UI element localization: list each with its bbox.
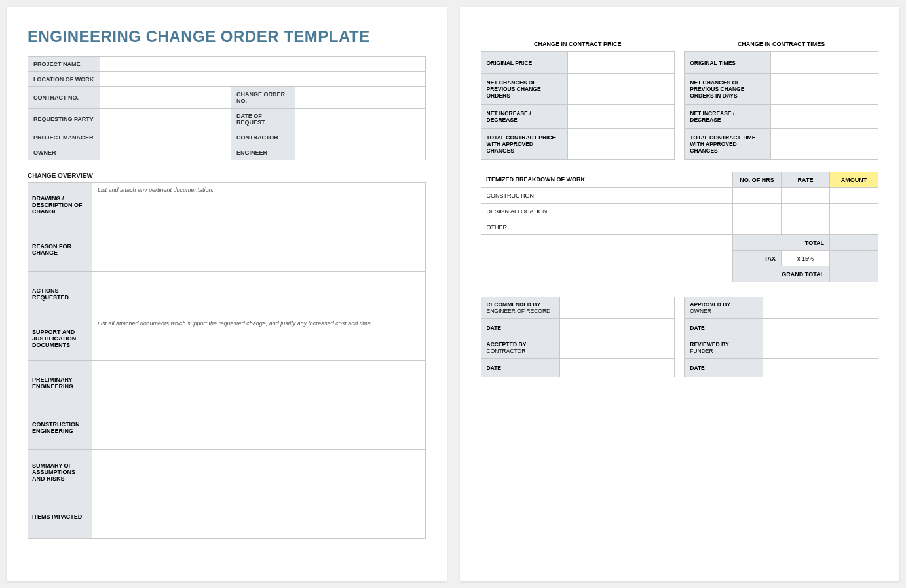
ov-label-7: ITEMS IMPACTED	[28, 494, 92, 539]
col-amount: AMOUNT	[830, 172, 878, 188]
sign-l-1-val[interactable]	[559, 319, 675, 337]
item-amount-0[interactable]	[830, 188, 878, 204]
ov-label-1: REASON FOR CHANGE	[28, 227, 92, 272]
value-contractor[interactable]	[295, 130, 426, 145]
ov-value-1[interactable]	[92, 227, 426, 272]
contract-times-column: CHANGE IN CONTRACT TIMES ORIGINAL TIMES …	[684, 41, 878, 160]
value-change-order-no[interactable]	[295, 87, 426, 109]
item-rate-2[interactable]	[782, 219, 830, 235]
price-label-2: NET INCREASE / DECREASE	[481, 105, 567, 129]
item-amount-1[interactable]	[830, 204, 878, 219]
ov-value-7[interactable]	[92, 494, 426, 539]
document-title: ENGINEERING CHANGE ORDER TEMPLATE	[28, 28, 426, 46]
item-amount-2[interactable]	[830, 219, 878, 235]
value-owner[interactable]	[100, 145, 231, 160]
tax-value	[830, 251, 878, 266]
sign-l-2: ACCEPTED BYCONTRACTOR	[481, 337, 559, 359]
col-rate: RATE	[782, 172, 830, 188]
value-location[interactable]	[100, 72, 426, 87]
label-contractor: CONTRACTOR	[231, 130, 295, 145]
ov-label-3: SUPPORT AND JUSTIFICATION DOCUMENTS	[28, 316, 92, 361]
sign-l-3-val[interactable]	[559, 359, 675, 377]
item-rate-0[interactable]	[782, 188, 830, 204]
ov-label-0: DRAWING / DESCRIPTION OF CHANGE	[28, 183, 92, 227]
contract-change-columns: CHANGE IN CONTRACT PRICE ORIGINAL PRICE …	[481, 41, 879, 160]
total-value	[830, 235, 878, 251]
price-label-0: ORIGINAL PRICE	[481, 52, 567, 74]
label-project-name: PROJECT NAME	[28, 57, 100, 72]
label-location: LOCATION OF WORK	[28, 72, 100, 87]
label-change-order-no: CHANGE ORDER NO.	[231, 87, 295, 109]
value-pm[interactable]	[100, 130, 231, 145]
times-value-3[interactable]	[771, 129, 878, 160]
price-table: ORIGINAL PRICE NET CHANGES OF PREVIOUS C…	[481, 51, 675, 160]
price-label-1: NET CHANGES OF PREVIOUS CHANGE ORDERS	[481, 74, 567, 105]
signoff-section: RECOMMENDED BYENGINEER OF RECORD DATE AC…	[481, 297, 879, 377]
col-hrs: NO. OF HRS	[733, 172, 782, 188]
tax-label: TAX	[733, 251, 782, 266]
ov-label-4: PRELIMINARY ENGINEERING	[28, 361, 92, 405]
item-hrs-2[interactable]	[733, 219, 782, 235]
change-overview-table: DRAWING / DESCRIPTION OF CHANGEList and …	[28, 182, 426, 539]
label-pm: PROJECT MANAGER	[28, 130, 100, 145]
change-overview-heading: CHANGE OVERVIEW	[28, 172, 426, 179]
times-value-2[interactable]	[771, 105, 878, 129]
price-heading: CHANGE IN CONTRACT PRICE	[481, 41, 675, 47]
times-table: ORIGINAL TIMES NET CHANGES OF PREVIOUS C…	[684, 51, 878, 160]
value-date-request[interactable]	[295, 109, 426, 130]
value-requesting-party[interactable]	[100, 109, 231, 130]
times-label-1: NET CHANGES OF PREVIOUS CHANGE ORDERS IN…	[685, 74, 771, 105]
times-label-0: ORIGINAL TIMES	[685, 52, 771, 74]
tax-rate[interactable]: x 15%	[782, 251, 830, 266]
item-hrs-0[interactable]	[733, 188, 782, 204]
sign-r-2-val[interactable]	[763, 337, 878, 359]
item-hrs-1[interactable]	[733, 204, 782, 219]
itemized-heading: ITEMIZED BREAKDOWN OF WORK	[481, 172, 733, 188]
sign-l-3: DATE	[481, 359, 559, 377]
ov-label-5: CONSTRUCTION ENGINEERING	[28, 405, 92, 450]
price-value-0[interactable]	[567, 52, 675, 74]
grand-total-label: GRAND TOTAL	[733, 266, 830, 282]
price-value-2[interactable]	[567, 105, 675, 129]
ov-value-4[interactable]	[92, 361, 426, 405]
sign-r-2: REVIEWED BYFUNDER	[685, 337, 763, 359]
ov-label-6: SUMMARY OF ASSUMPTIONS AND RISKS	[28, 450, 92, 494]
ov-value-5[interactable]	[92, 405, 426, 450]
ov-label-2: ACTIONS REQUESTED	[28, 272, 92, 316]
ov-value-3[interactable]: List all attached documents which suppor…	[92, 316, 426, 361]
item-rate-1[interactable]	[782, 204, 830, 219]
value-contract-no[interactable]	[100, 87, 231, 109]
label-date-request: DATE OF REQUEST	[231, 109, 295, 130]
itemized-table: ITEMIZED BREAKDOWN OF WORK NO. OF HRS RA…	[481, 172, 879, 282]
sign-l-0-val[interactable]	[559, 297, 675, 319]
item-desc-0: CONSTRUCTION	[481, 188, 733, 204]
value-engineer[interactable]	[295, 145, 426, 160]
itemized-section: ITEMIZED BREAKDOWN OF WORK NO. OF HRS RA…	[481, 172, 879, 282]
sign-l-2-val[interactable]	[559, 337, 675, 359]
page-1: ENGINEERING CHANGE ORDER TEMPLATE PROJEC…	[7, 7, 447, 581]
price-label-3: TOTAL CONTRACT PRICE WITH APPROVED CHANG…	[481, 129, 567, 160]
sign-l-0: RECOMMENDED BYENGINEER OF RECORD	[481, 297, 559, 319]
sign-r-0-val[interactable]	[763, 297, 878, 319]
times-value-1[interactable]	[771, 74, 878, 105]
label-engineer: ENGINEER	[231, 145, 295, 160]
ov-value-6[interactable]	[92, 450, 426, 494]
sign-r-3-val[interactable]	[763, 359, 878, 377]
contract-price-column: CHANGE IN CONTRACT PRICE ORIGINAL PRICE …	[481, 41, 675, 160]
label-owner: OWNER	[28, 145, 100, 160]
ov-value-2[interactable]	[92, 272, 426, 316]
times-heading: CHANGE IN CONTRACT TIMES	[684, 41, 878, 47]
price-value-1[interactable]	[567, 74, 675, 105]
price-value-3[interactable]	[567, 129, 675, 160]
label-requesting-party: REQUESTING PARTY	[28, 109, 100, 130]
sign-r-1-val[interactable]	[763, 319, 878, 337]
ov-value-0[interactable]: List and attach any pertinent documentat…	[92, 183, 426, 227]
value-project-name[interactable]	[100, 57, 426, 72]
times-label-2: NET INCREASE / DECREASE	[685, 105, 771, 129]
times-label-3: TOTAL CONTRACT TIME WITH APPROVED CHANGE…	[685, 129, 771, 160]
sign-r-1: DATE	[685, 319, 763, 337]
sign-r-3: DATE	[685, 359, 763, 377]
page-2: CHANGE IN CONTRACT PRICE ORIGINAL PRICE …	[460, 7, 900, 581]
times-value-0[interactable]	[771, 52, 878, 74]
label-contract-no: CONTRACT NO.	[28, 87, 100, 109]
